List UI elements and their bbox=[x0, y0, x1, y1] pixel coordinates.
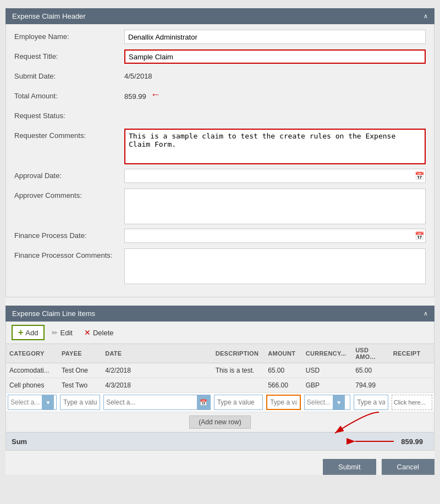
new-row-category-select-wrap[interactable]: Select a... ▼ bbox=[8, 395, 57, 410]
new-row-currency-select-wrap[interactable]: Select... ▼ bbox=[304, 395, 350, 410]
expense-claim-form: Employee Name: Request Title: Submit Dat… bbox=[6, 24, 435, 297]
new-row-payee-input[interactable] bbox=[60, 395, 100, 410]
new-row-amount-cell bbox=[265, 393, 302, 412]
row2-currency: GBP bbox=[302, 378, 352, 393]
new-row-date-cell: 📅 bbox=[102, 393, 212, 412]
new-row-date-input[interactable] bbox=[104, 398, 197, 406]
table-row[interactable]: Cell phones Test Two 4/3/2018 566.00 GBP… bbox=[6, 378, 434, 393]
header-chevron[interactable]: ∧ bbox=[424, 13, 428, 20]
line-items-chevron[interactable]: ∧ bbox=[424, 310, 428, 317]
finance-processor-comments-label: Finance Processor Comments: bbox=[14, 248, 124, 259]
table-row[interactable]: Accomodati... Test One 4/2/2018 This is … bbox=[6, 363, 434, 378]
row2-usd-amount: 794.99 bbox=[352, 378, 390, 393]
finance-process-date-input[interactable] bbox=[124, 229, 426, 243]
requester-comments-row: Requester Comments: This is a sample cla… bbox=[14, 129, 426, 164]
submit-date-value: 4/5/2018 bbox=[124, 69, 426, 80]
approver-comments-label: Approver Comments: bbox=[14, 189, 124, 200]
new-row-usd-cell bbox=[352, 393, 390, 412]
request-title-label: Request Title: bbox=[14, 49, 124, 60]
new-row-currency-cell: Select... ▼ bbox=[302, 393, 352, 412]
row2-date: 4/3/2018 bbox=[102, 378, 212, 393]
edit-button[interactable]: ✏ Edit bbox=[47, 327, 76, 339]
row1-amount: 65.00 bbox=[265, 363, 302, 378]
plus-icon: + bbox=[18, 328, 23, 337]
category-dropdown-arrow[interactable]: ▼ bbox=[42, 395, 54, 409]
header-title: Expense Claim Header bbox=[12, 12, 86, 20]
expense-claim-header-section: Expense Claim Header ∧ bbox=[6, 8, 435, 24]
col-header-amount: AMOUNT bbox=[265, 344, 302, 363]
requester-comments-input[interactable]: This is a sample claim to test the creat… bbox=[124, 129, 426, 164]
submit-button[interactable]: Submit bbox=[323, 459, 376, 475]
col-header-usd-amount: USD AMO... bbox=[352, 344, 390, 363]
add-new-row-button[interactable]: (Add new row) bbox=[189, 416, 250, 429]
finance-processor-comments-row: Finance Processor Comments: bbox=[14, 248, 426, 284]
line-items-section-header: Expense Claim Line Items ∧ bbox=[6, 306, 435, 322]
submit-date-row: Submit Date: 4/5/2018 bbox=[14, 69, 426, 85]
row2-category: Cell phones bbox=[6, 378, 58, 393]
line-items-table: CATEGORY PAYEE DATE DESCRIPTION AMOUNT C… bbox=[6, 344, 434, 412]
finance-process-date-row: Finance Process Date: 📅 bbox=[14, 229, 426, 244]
col-header-description: DESCRIPTION bbox=[212, 344, 265, 363]
new-row-payee-cell bbox=[58, 393, 102, 412]
new-row-category-label: Select a... bbox=[8, 398, 42, 406]
sum-row: Sum 859.99 bbox=[6, 432, 434, 450]
row1-category: Accomodati... bbox=[6, 363, 58, 378]
new-row-date-wrap: 📅 bbox=[103, 395, 211, 410]
finance-processor-comments-input[interactable] bbox=[124, 248, 426, 284]
finance-process-date-wrap: 📅 bbox=[124, 229, 426, 243]
line-items-title: Expense Claim Line Items bbox=[12, 309, 95, 318]
new-row-usd-input[interactable] bbox=[354, 395, 388, 410]
currency-dropdown-arrow[interactable]: ▼ bbox=[333, 395, 345, 409]
row2-description bbox=[212, 378, 265, 393]
request-title-row: Request Title: bbox=[14, 49, 426, 65]
line-items-section: + Add ✏ Edit ✕ Delete CATEGORY PAYEE DAT… bbox=[6, 322, 435, 451]
approver-comments-row: Approver Comments: bbox=[14, 189, 426, 224]
new-row-receipt-cell: Click here... bbox=[390, 393, 434, 412]
new-row-receipt-click[interactable]: Click here... bbox=[392, 395, 432, 410]
add-button[interactable]: + Add bbox=[12, 325, 45, 340]
sum-arrow-svg bbox=[353, 436, 397, 447]
row1-payee: Test One bbox=[58, 363, 102, 378]
sum-value: 859.99 bbox=[401, 437, 428, 446]
delete-icon: ✕ bbox=[84, 328, 91, 337]
total-amount-wrap: 859.99 ← bbox=[124, 89, 161, 101]
approval-date-input[interactable] bbox=[124, 169, 426, 183]
new-row-description-input[interactable] bbox=[214, 395, 263, 410]
finance-process-date-icon[interactable]: 📅 bbox=[415, 231, 424, 240]
col-header-receipt: RECEIPT bbox=[390, 344, 434, 363]
cancel-button[interactable]: Cancel bbox=[382, 459, 435, 475]
table-header-row: CATEGORY PAYEE DATE DESCRIPTION AMOUNT C… bbox=[6, 344, 434, 363]
bottom-buttons: Submit Cancel bbox=[6, 459, 435, 475]
col-header-date: DATE bbox=[102, 344, 212, 363]
sum-label: Sum bbox=[12, 437, 353, 446]
approval-date-row: Approval Date: 📅 bbox=[14, 169, 426, 184]
row2-receipt bbox=[390, 378, 434, 393]
row2-amount: 566.00 bbox=[265, 378, 302, 393]
total-amount-label: Total Amount: bbox=[14, 89, 124, 100]
add-row-area: (Add new row) bbox=[6, 412, 434, 432]
request-title-input[interactable] bbox=[124, 49, 426, 64]
row1-currency: USD bbox=[302, 363, 352, 378]
new-row-date-btn[interactable]: 📅 bbox=[197, 395, 210, 409]
row1-usd-amount: 65.00 bbox=[352, 363, 390, 378]
employee-name-label: Employee Name: bbox=[14, 30, 124, 41]
col-header-category: CATEGORY bbox=[6, 344, 58, 363]
delete-button[interactable]: ✕ Delete bbox=[80, 326, 118, 339]
edit-icon: ✏ bbox=[52, 329, 58, 337]
total-amount-row: Total Amount: 859.99 ← bbox=[14, 89, 426, 104]
finance-process-date-label: Finance Process Date: bbox=[14, 229, 124, 240]
new-row-currency-label: Select... bbox=[305, 398, 333, 406]
line-items-toolbar: + Add ✏ Edit ✕ Delete bbox=[6, 322, 434, 344]
approver-comments-input[interactable] bbox=[124, 189, 426, 224]
total-amount-arrow: ← bbox=[151, 89, 161, 101]
approval-date-wrap: 📅 bbox=[124, 169, 426, 183]
employee-name-input[interactable] bbox=[124, 30, 426, 44]
col-header-payee: PAYEE bbox=[58, 344, 102, 363]
new-row-amount-input[interactable] bbox=[266, 395, 301, 410]
approval-date-icon[interactable]: 📅 bbox=[415, 171, 424, 180]
new-row-category-cell: Select a... ▼ bbox=[6, 393, 58, 412]
request-status-value bbox=[124, 109, 426, 112]
row2-payee: Test Two bbox=[58, 378, 102, 393]
total-amount-value: 859.99 bbox=[124, 90, 146, 101]
delete-label: Delete bbox=[93, 329, 114, 337]
